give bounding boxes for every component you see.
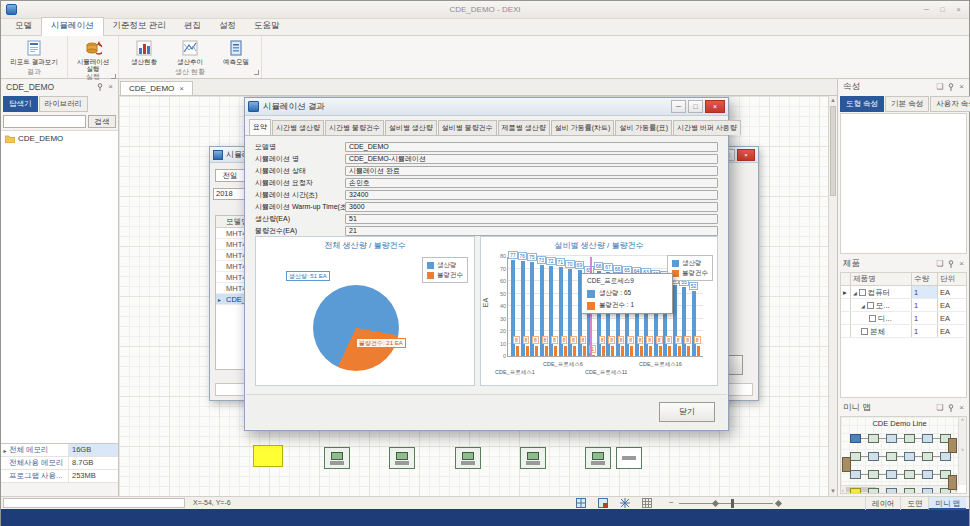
view-tab-1[interactable]: 도면	[900, 497, 928, 510]
bar-group[interactable]: 708	[568, 269, 576, 357]
result-tab-0[interactable]: 요약	[249, 119, 271, 135]
restore-panel-icon[interactable]: ❏	[936, 83, 943, 91]
field-value[interactable]: CDE_DEMO	[345, 142, 718, 152]
result-tab-1[interactable]: 시간별 생산량	[272, 120, 324, 135]
menu-tab-3[interactable]: 편집	[175, 18, 210, 35]
bar-group[interactable]: 528	[692, 291, 700, 356]
property-tab-0[interactable]: 도형 속성	[840, 96, 884, 112]
bar-group[interactable]: 758	[530, 262, 538, 356]
search-button[interactable]: 검색	[88, 115, 116, 128]
grid-toggle-icon[interactable]	[642, 498, 652, 508]
search-input[interactable]	[3, 115, 86, 128]
product-row[interactable]: ◢모...1EA	[841, 299, 966, 312]
close-button[interactable]: ×	[705, 100, 725, 113]
product-checkbox[interactable]	[859, 289, 866, 296]
field-value[interactable]: 손민호	[345, 178, 718, 188]
view-tab-2[interactable]: 미니 맵	[928, 497, 966, 510]
pin-icon[interactable]	[947, 260, 955, 268]
maximize-button[interactable]: □	[688, 100, 703, 113]
restore-panel-icon[interactable]: ❏	[936, 260, 943, 268]
result-tab-4[interactable]: 설비별 불량건수	[438, 120, 497, 135]
period-button[interactable]: 전일	[215, 169, 245, 182]
result-tab-3[interactable]: 설비별 생산량	[385, 120, 437, 135]
dialog-launcher-icon[interactable]	[111, 74, 116, 79]
result-tab-7[interactable]: 설비 가동률(표)	[615, 120, 672, 135]
prediction-model-button[interactable]: 예측모델	[213, 37, 259, 67]
machine-shape[interactable]	[455, 447, 481, 469]
machine-shape[interactable]	[520, 447, 546, 469]
field-value[interactable]: 32400	[345, 190, 718, 200]
result-tab-5[interactable]: 제품별 생산량	[498, 120, 550, 135]
scrollbar-thumb[interactable]	[830, 106, 836, 196]
menu-tab-0[interactable]: 모델	[6, 18, 41, 35]
bar-group[interactable]: 718	[559, 267, 567, 356]
product-checkbox[interactable]	[869, 315, 876, 322]
zoom-in-icon[interactable]	[775, 500, 782, 507]
production-status-button[interactable]: 생산현황	[121, 37, 167, 67]
close-panel-icon[interactable]: ×	[959, 260, 964, 268]
zoom-slider-track[interactable]	[679, 503, 773, 504]
pin-icon[interactable]	[947, 404, 955, 412]
pin-icon[interactable]	[947, 83, 955, 91]
view-tab-0[interactable]: 레이어	[865, 497, 901, 510]
menu-tab-4[interactable]: 설정	[210, 18, 245, 35]
memory-stat-row[interactable]: ▸전체 메모리16GB	[1, 444, 118, 457]
field-value[interactable]: 3600	[345, 202, 718, 212]
bar-group[interactable]: 558	[682, 287, 690, 356]
zoom-slider-thumb[interactable]	[731, 499, 734, 508]
close-panel-icon[interactable]: ×	[959, 404, 964, 412]
close-panel-icon[interactable]: ×	[959, 83, 964, 91]
close-dialog-button[interactable]: 닫기	[659, 402, 715, 422]
menu-tab-5[interactable]: 도움말	[245, 18, 289, 35]
layer-view-icon[interactable]	[576, 498, 586, 508]
close-button[interactable]: ×	[737, 149, 755, 161]
document-tab-close-icon[interactable]: ×	[179, 84, 184, 93]
canvas-vertical-scrollbar[interactable]: ▲ ▼	[828, 96, 837, 496]
property-tab-2[interactable]: 사용자 속성	[930, 96, 970, 112]
bar-group[interactable]: 778	[511, 260, 519, 356]
dialog-launcher-icon[interactable]	[254, 70, 259, 75]
pie-chart[interactable]	[313, 285, 399, 371]
minimap-vertical-scrollbar[interactable]: ˄˅	[958, 417, 966, 485]
scroll-up-icon[interactable]: ▲	[829, 96, 837, 105]
report-results-button[interactable]: 리포트 결과보기	[3, 37, 65, 67]
field-value[interactable]: 시뮬레이션 완료	[345, 166, 718, 176]
field-value[interactable]: 21	[345, 226, 718, 236]
result-tab-2[interactable]: 시간별 불량건수	[325, 120, 384, 135]
tree-item-model[interactable]: CDE_DEMO	[5, 134, 114, 143]
property-tab-1[interactable]: 기본 속성	[885, 96, 929, 112]
product-checkbox[interactable]	[861, 328, 868, 335]
pin-icon[interactable]	[96, 83, 104, 91]
run-simulation-button[interactable]: 시뮬레이션 실행	[70, 37, 116, 72]
snap-grid-icon[interactable]	[620, 498, 630, 508]
export-view-icon[interactable]	[598, 498, 608, 508]
expander-icon[interactable]: ◢	[853, 290, 857, 296]
bar-group[interactable]: 578	[673, 285, 681, 356]
result-dialog-titlebar[interactable]: 시뮬레이션 결과 ─ □ ×	[245, 98, 728, 116]
product-row[interactable]: 디...1EA	[841, 312, 966, 325]
memory-stat-row[interactable]: 전체사용 메모리8.7GB	[1, 457, 118, 470]
minimap-content[interactable]: CDE Demo Line ˄˅ ‹›	[840, 416, 967, 494]
canvas-shape-yellow[interactable]	[253, 445, 283, 467]
product-row[interactable]: ▸◢컴퓨터1EA	[841, 286, 966, 299]
zoom-slider[interactable]: −	[669, 499, 781, 508]
menu-tab-2[interactable]: 기준정보 관리	[104, 18, 175, 35]
restore-panel-icon[interactable]: ❏	[936, 404, 943, 412]
close-panel-icon[interactable]: ×	[108, 83, 113, 91]
scroll-down-icon[interactable]: ▼	[829, 487, 837, 496]
memory-stat-row[interactable]: 프로그램 사용...253MB	[1, 470, 118, 483]
field-value[interactable]: 51	[345, 214, 718, 224]
machine-shape[interactable]	[389, 447, 415, 469]
bar-group[interactable]: 768	[521, 261, 529, 356]
model-canvas[interactable]: 시뮬레 ─ □ × 전일 2018 모델명 MHT4MHT4MHT4MHT4MH…	[119, 96, 837, 496]
zoom-out-icon[interactable]: −	[669, 498, 674, 507]
field-value[interactable]: CDE_DEMO-시뮬레이션	[345, 154, 718, 164]
machine-shape[interactable]	[585, 447, 611, 469]
bar-group[interactable]: 728	[549, 266, 557, 356]
expander-icon[interactable]: ◢	[861, 303, 865, 309]
bar-group[interactable]: 738	[540, 265, 548, 356]
product-checkbox[interactable]	[867, 302, 874, 309]
machine-shape[interactable]	[324, 447, 350, 469]
menu-tab-1[interactable]: 시뮬레이션	[41, 17, 104, 36]
machine-shape[interactable]	[616, 447, 642, 469]
